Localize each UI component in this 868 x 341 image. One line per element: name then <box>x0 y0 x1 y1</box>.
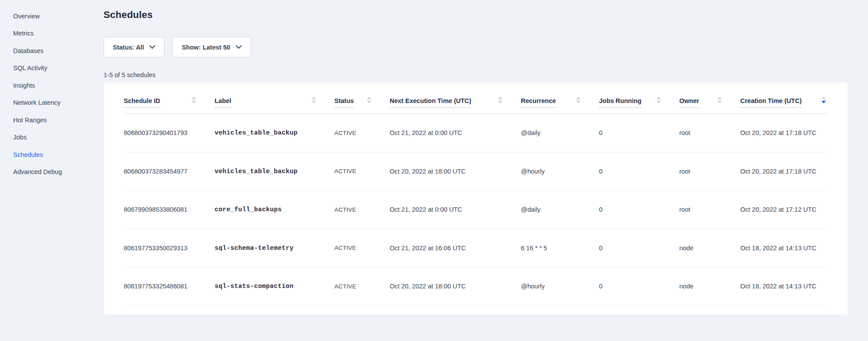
sort-arrows-icon[interactable] <box>312 97 316 103</box>
sidebar-item-insights[interactable]: Insights <box>0 77 82 94</box>
table-body: 806800373290401793vehicles_table_backupA… <box>124 114 828 306</box>
cell-creation_time: Oct 18, 2022 at 14:13 UTC <box>740 245 828 252</box>
sort-asc-icon <box>367 97 371 99</box>
sort-arrows-icon[interactable] <box>498 97 502 103</box>
status-filter-dropdown[interactable]: Status: All <box>104 37 165 57</box>
cell-jobs_running: 0 <box>599 283 679 290</box>
sort-asc-icon <box>312 97 316 99</box>
cell-next_execution: Oct 20, 2022 at 18:00 UTC <box>390 283 521 290</box>
sort-asc-icon <box>498 97 502 99</box>
column-header-jobs_running[interactable]: Jobs Running <box>599 97 679 114</box>
sort-desc-icon <box>192 101 196 103</box>
status-filter-label: Status: All <box>113 44 144 51</box>
column-header-next_execution[interactable]: Next Execution Time (UTC) <box>390 97 521 114</box>
sort-desc-icon <box>367 101 371 103</box>
sort-asc-icon <box>656 97 661 99</box>
cell-recurrence: 6 16 * * 5 <box>521 245 599 252</box>
sidebar-item-overview[interactable]: Overview <box>0 7 82 25</box>
cell-status: ACTIVE <box>334 206 390 213</box>
show-filter-dropdown[interactable]: Show: Latest 50 <box>172 37 251 57</box>
show-filter-label: Show: Latest 50 <box>182 44 230 51</box>
sidebar-item-databases[interactable]: Databases <box>0 42 82 60</box>
cell-label: vehicles_table_backup <box>215 168 334 175</box>
cell-status: ACTIVE <box>334 245 390 251</box>
sidebar-item-advanced-debug[interactable]: Advanced Debug <box>0 163 82 181</box>
sort-desc-icon <box>717 101 722 103</box>
chevron-down-icon <box>236 45 242 49</box>
cell-recurrence: @hourly <box>521 283 599 290</box>
column-header-label: Creation Time (UTC) <box>740 97 802 108</box>
cell-next_execution: Oct 21, 2022 at 0:00 UTC <box>390 206 521 213</box>
column-header-label: Jobs Running <box>599 97 642 108</box>
column-header-label: Label <box>215 97 231 108</box>
cell-owner: node <box>679 283 740 290</box>
sort-arrows-icon[interactable] <box>576 97 581 103</box>
sort-arrows-icon[interactable] <box>192 97 196 103</box>
cell-recurrence: @hourly <box>521 168 599 175</box>
sort-desc-icon <box>312 101 316 103</box>
column-header-label: Recurrence <box>521 97 556 108</box>
cell-jobs_running: 0 <box>599 245 679 252</box>
cell-status: ACTIVE <box>334 168 390 174</box>
cell-id: 806197753325486081 <box>124 283 215 290</box>
sidebar-item-sql-activity[interactable]: SQL Activity <box>0 60 82 77</box>
cell-jobs_running: 0 <box>599 206 679 213</box>
column-header-label: Status <box>334 97 354 108</box>
cell-owner: node <box>679 245 740 252</box>
sort-asc-icon <box>821 97 826 99</box>
sidebar-item-hot-ranges[interactable]: Hot Ranges <box>0 111 82 129</box>
table-row: 806799098533806081core_full_backupsACTIV… <box>124 191 828 229</box>
cell-owner: root <box>679 206 740 213</box>
cell-id: 806800373283454977 <box>124 168 215 175</box>
column-header-label: Owner <box>679 97 699 108</box>
sort-asc-icon <box>576 97 581 99</box>
schedules-table-card: Schedule IDLabelStatusNext Execution Tim… <box>104 82 848 315</box>
sort-desc-icon <box>656 101 661 103</box>
table-header-row: Schedule IDLabelStatusNext Execution Tim… <box>124 82 828 114</box>
sidebar-item-schedules[interactable]: Schedules <box>0 146 82 163</box>
cell-next_execution: Oct 21, 2022 at 0:00 UTC <box>390 129 521 136</box>
cell-creation_time: Oct 20, 2022 at 17:18 UTC <box>740 168 828 175</box>
cell-status: ACTIVE <box>334 283 390 290</box>
column-header-recurrence[interactable]: Recurrence <box>521 97 599 114</box>
column-header-status[interactable]: Status <box>334 97 390 114</box>
cell-jobs_running: 0 <box>599 129 679 136</box>
chevron-down-icon <box>149 45 155 49</box>
cell-creation_time: Oct 20, 2022 at 17:12 UTC <box>740 206 828 213</box>
sort-arrows-icon[interactable] <box>717 97 722 103</box>
sort-arrows-icon[interactable] <box>821 97 826 103</box>
sidebar-item-jobs[interactable]: Jobs <box>0 129 82 146</box>
cell-id: 806799098533806081 <box>124 206 215 213</box>
filter-bar: Status: All Show: Latest 50 <box>104 37 848 57</box>
sidebar: OverviewMetricsDatabasesSQL ActivityInsi… <box>0 7 82 181</box>
sidebar-item-metrics[interactable]: Metrics <box>0 25 82 43</box>
column-header-label: Schedule ID <box>124 97 160 108</box>
cell-creation_time: Oct 18, 2022 at 14:13 UTC <box>740 283 828 290</box>
column-header-label: Next Execution Time (UTC) <box>390 97 471 108</box>
cell-label: core_full_backups <box>215 206 334 213</box>
sort-desc-icon <box>821 101 826 103</box>
cell-recurrence: @daily <box>521 129 599 136</box>
column-header-creation_time[interactable]: Creation Time (UTC) <box>740 97 828 114</box>
table-row: 806197753350029313sql-schema-telemetryAC… <box>124 229 828 268</box>
cell-label: vehicles_table_backup <box>215 129 334 136</box>
column-header-id[interactable]: Schedule ID <box>124 97 215 114</box>
cell-id: 806800373290401793 <box>124 129 215 136</box>
cell-owner: root <box>679 129 740 136</box>
sidebar-item-network-latency[interactable]: Network Latency <box>0 94 82 112</box>
column-header-owner[interactable]: Owner <box>679 97 740 114</box>
page-title: Schedules <box>104 9 848 21</box>
sort-asc-icon <box>717 97 722 99</box>
cell-jobs_running: 0 <box>599 168 679 175</box>
sort-desc-icon <box>576 101 581 103</box>
sort-asc-icon <box>192 97 196 99</box>
sort-arrows-icon[interactable] <box>656 97 661 103</box>
results-count: 1-5 of 5 schedules <box>104 71 848 78</box>
column-header-label[interactable]: Label <box>215 97 334 114</box>
cell-id: 806197753350029313 <box>124 245 215 252</box>
cell-status: ACTIVE <box>334 130 390 136</box>
sort-arrows-icon[interactable] <box>367 97 371 103</box>
table-row: 806197753325486081sql-stats-compactionAC… <box>124 267 828 306</box>
sort-desc-icon <box>498 101 502 103</box>
table-row: 806800373283454977vehicles_table_backupA… <box>124 153 828 191</box>
